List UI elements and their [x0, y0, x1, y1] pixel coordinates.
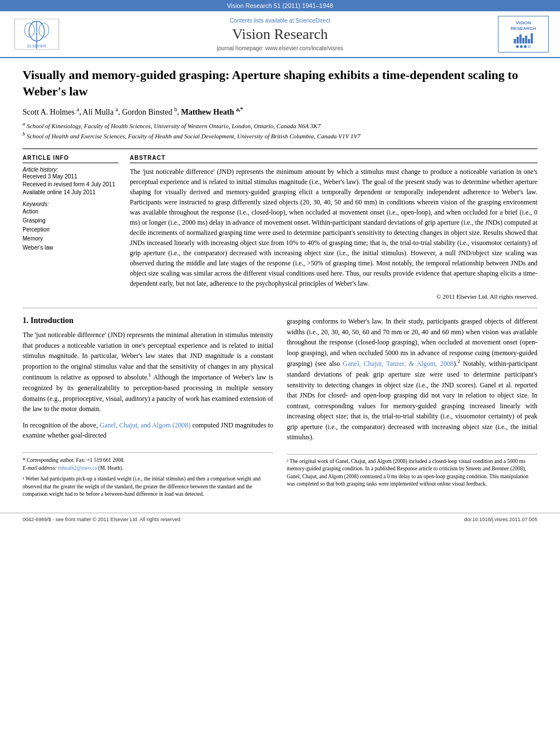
- bottom-bar: 0042-6989/$ - see front matter © 2011 El…: [0, 513, 560, 526]
- article-info-title: ARTICLE INFO: [23, 155, 119, 163]
- affiliation-a: a School of Kinesiology, Faculty of Heal…: [23, 120, 537, 130]
- keyword-grasping: Grasping: [23, 216, 119, 225]
- abstract-text: The 'just noticeable difference' (JND) r…: [130, 167, 537, 289]
- received-date: Received 3 May 2011: [23, 173, 119, 181]
- article-info-panel: ARTICLE INFO Article history: Received 3…: [23, 155, 119, 300]
- vr-logo-decoration: [514, 33, 533, 43]
- keywords-section: Keywords: Action Grasping Perception Mem…: [23, 201, 119, 252]
- section-divider: [23, 308, 537, 308]
- body-paragraph-2: In recognition of the above, Ganel, Chaj…: [23, 420, 273, 441]
- online-date: Available online 14 July 2011: [23, 189, 119, 196]
- footnote1-text: ¹ Weber had participants pick-up a stand…: [23, 475, 273, 498]
- copyright-bottom: 0042-6989/$ - see front matter © 2011 El…: [23, 517, 182, 522]
- section1-title: 1. Introduction: [23, 316, 273, 325]
- footnote2-text: ² The original work of Ganel, Chajut, an…: [287, 458, 537, 488]
- journal-reference-text: Vision Research 51 (2011) 1941–1948: [227, 2, 333, 9]
- body-right-column: grasping conforms to Weber's law. In the…: [287, 316, 537, 498]
- keyword-webers-law: Weber's law: [23, 243, 119, 252]
- body-paragraph-1: The 'just noticeable difference' (JND) r…: [23, 330, 273, 414]
- affiliation-b: b School of Health and Exercise Sciences…: [23, 130, 537, 141]
- copyright-line: © 2011 Elsevier Ltd. All rights reserved…: [130, 293, 537, 300]
- footnotes-left: * Corresponding author. Fax: +1 519 661 …: [23, 452, 273, 498]
- vr-logo-title: VISIONRESEARCH: [511, 20, 536, 31]
- svg-text:ELSEVIER: ELSEVIER: [27, 44, 46, 48]
- authors-line: Scott A. Holmes a, Ali Mulla a, Gordon B…: [23, 106, 537, 117]
- corresponding-author-note: * Corresponding author. Fax: +1 519 661 …: [23, 456, 273, 473]
- author-heath: Matthew Heath a,*: [181, 108, 243, 116]
- article-history-section: Article history: Received 3 May 2011 Rec…: [23, 167, 119, 196]
- content-area: Visually and memory-guided grasping: Ape…: [0, 58, 560, 507]
- history-label: Article history:: [23, 167, 119, 173]
- vision-research-logo: VISIONRESEARCH: [498, 16, 549, 53]
- journal-homepage: journal homepage: www.elsevier.com/locat…: [62, 45, 498, 51]
- journal-center: Contents lists available at ScienceDirec…: [62, 18, 498, 51]
- email-link[interactable]: mheath2@uwo.ca: [58, 465, 97, 471]
- elsevier-logo: ELSEVIER: [11, 19, 62, 50]
- keyword-action: Action: [23, 207, 119, 216]
- journal-header: ELSEVIER Contents lists available at Sci…: [0, 11, 560, 58]
- vr-logo-circles: [516, 45, 531, 48]
- keyword-perception: Perception: [23, 225, 119, 234]
- info-abstract-section: ARTICLE INFO Article history: Received 3…: [23, 148, 537, 300]
- sciencedirect-link-text[interactable]: ScienceDirect: [295, 18, 330, 24]
- elsevier-logo-image: ELSEVIER: [14, 19, 59, 50]
- keyword-memory: Memory: [23, 234, 119, 243]
- keywords-label: Keywords:: [23, 201, 119, 207]
- corresponding-fax: * Corresponding author. Fax: +1 519 661 …: [23, 456, 273, 464]
- author-mulla: Ali Mulla a: [82, 108, 118, 116]
- keywords-list: Action Grasping Perception Memory Weber'…: [23, 207, 119, 252]
- affiliations: a School of Kinesiology, Faculty of Heal…: [23, 120, 537, 141]
- body-section: 1. Introduction The 'just noticeable dif…: [23, 316, 537, 498]
- body-left-column: 1. Introduction The 'just noticeable dif…: [23, 316, 273, 498]
- revised-date: Received in revised form 4 July 2011: [23, 181, 119, 189]
- article-title: Visually and memory-guided grasping: Ape…: [23, 67, 537, 99]
- journal-reference-bar: Vision Research 51 (2011) 1941–1948: [0, 0, 560, 11]
- sciencedirect-line: Contents lists available at ScienceDirec…: [62, 18, 498, 24]
- footnotes-right: ² The original work of Ganel, Chajut, an…: [287, 454, 537, 488]
- corresponding-email: E-mail address: mheath2@uwo.ca (M. Heath…: [23, 464, 273, 472]
- ganel-2008-link[interactable]: Ganel, Chajut, Tanzer, & Algom, 2008: [343, 360, 453, 368]
- author-holmes: Scott A. Holmes a: [23, 108, 79, 116]
- abstract-section: ABSTRACT The 'just noticeable difference…: [130, 155, 537, 300]
- author-binsted: Gordon Binsted b: [122, 108, 177, 116]
- journal-title: Vision Research: [62, 26, 498, 43]
- abstract-title: ABSTRACT: [130, 155, 537, 163]
- ganel-link[interactable]: Ganel, Chajut, and Algom (2008): [100, 421, 191, 429]
- body-paragraph-right-1: grasping conforms to Weber's law. In the…: [287, 316, 537, 443]
- doi: doi:10.1016/j.visres.2011.07.005: [464, 517, 537, 522]
